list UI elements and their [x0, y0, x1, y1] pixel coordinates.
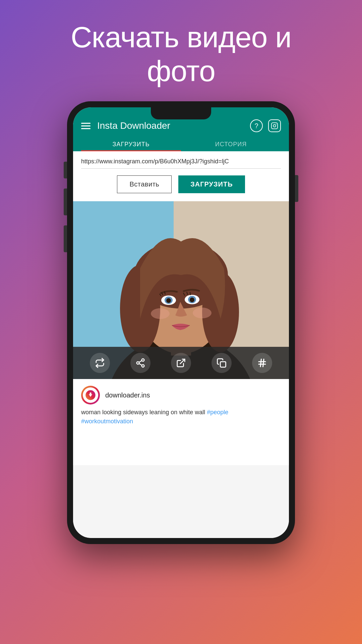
share-button[interactable]: [130, 353, 150, 373]
url-input[interactable]: https://www.instagram.com/p/B6u0hXMpj3J/…: [81, 158, 281, 165]
tabs: ЗАГРУЗИТЬ ИСТОРИЯ: [81, 136, 281, 151]
headline: Скачать видео и фото: [51, 20, 311, 88]
volume-down-button: [64, 189, 67, 215]
svg-point-2: [276, 124, 277, 124]
action-overlay: [73, 347, 289, 379]
silent-button: [64, 225, 67, 252]
phone-notch: [151, 107, 211, 119]
app-bar-icons: ?: [250, 119, 281, 132]
svg-point-1: [273, 125, 276, 127]
help-icon[interactable]: ?: [250, 119, 263, 132]
menu-icon[interactable]: [81, 123, 90, 129]
paste-button[interactable]: Вставить: [117, 175, 172, 193]
instagram-icon[interactable]: [268, 119, 281, 132]
svg-line-28: [260, 359, 261, 367]
svg-line-22: [139, 364, 142, 365]
open-button[interactable]: [171, 353, 191, 373]
tab-download[interactable]: ЗАГРУЗИТЬ: [81, 136, 181, 151]
caption: woman looking sideways leaning on white …: [81, 408, 281, 426]
svg-rect-25: [220, 362, 226, 367]
username: downloader.ins: [105, 391, 150, 399]
svg-point-16: [190, 298, 194, 302]
headline-line1: Скачать видео и: [71, 20, 291, 54]
info-card: downloader.ins woman looking sideways le…: [73, 379, 289, 465]
app-title: Insta Downloader: [97, 120, 250, 131]
download-button[interactable]: ЗАГРУЗИТЬ: [178, 175, 245, 193]
svg-line-23: [139, 361, 142, 363]
url-input-row: https://www.instagram.com/p/B6u0hXMpj3J/…: [81, 158, 281, 169]
photo-section: [73, 201, 289, 379]
copy-button[interactable]: [212, 353, 232, 373]
repost-button[interactable]: [90, 353, 110, 373]
svg-line-24: [180, 359, 185, 364]
volume-up-button: [64, 162, 67, 178]
buttons-row: Вставить ЗАГРУЗИТЬ: [73, 169, 289, 201]
phone-screen: Insta Downloader ?: [73, 107, 289, 538]
svg-point-13: [166, 298, 171, 303]
power-button: [295, 175, 298, 202]
svg-point-31: [89, 392, 91, 394]
url-section: https://www.instagram.com/p/B6u0hXMpj3J/…: [73, 151, 289, 169]
svg-point-18: [193, 308, 212, 318]
user-row: downloader.ins: [81, 386, 281, 405]
tab-history[interactable]: ИСТОРИЯ: [181, 136, 281, 151]
svg-point-17: [151, 308, 170, 319]
phone-frame: Insta Downloader ?: [67, 101, 295, 544]
hashtag-button[interactable]: [252, 353, 272, 373]
headline-line2: фото: [147, 54, 215, 88]
phone-mockup: Insta Downloader ?: [67, 101, 295, 544]
bottom-space: [73, 465, 289, 538]
svg-rect-0: [272, 123, 278, 129]
svg-line-29: [263, 359, 264, 367]
avatar: [81, 386, 100, 405]
